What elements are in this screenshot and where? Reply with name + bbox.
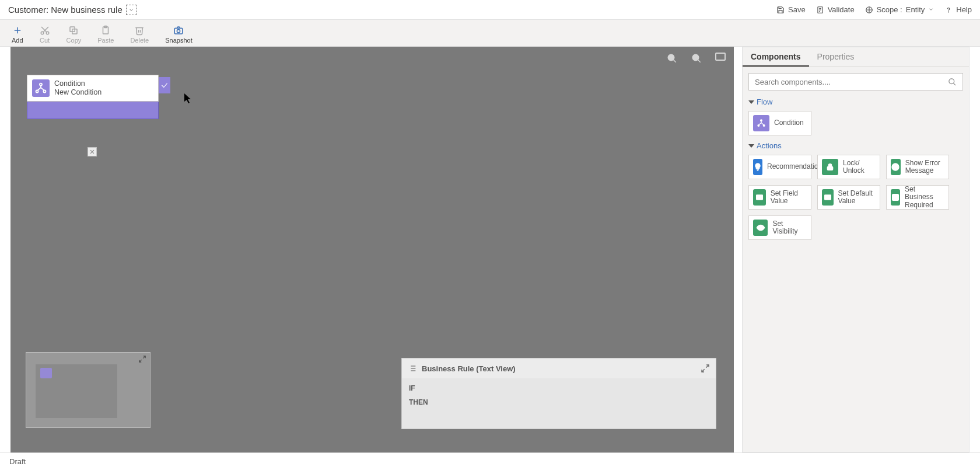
component-condition-label: Condition [774, 119, 804, 127]
component-show-error-label: Show Error Message [905, 159, 944, 175]
then-keyword: THEN [409, 398, 709, 406]
svg-point-40 [758, 125, 760, 127]
component-set-default-value[interactable]: Set Default Value [817, 185, 880, 210]
component-set-default-value-label: Set Default Value [838, 190, 876, 205]
search-input[interactable] [755, 78, 948, 86]
rule-name[interactable]: New business rule [51, 5, 123, 15]
svg-point-41 [763, 125, 765, 127]
canvas-zoom-controls [666, 53, 726, 64]
svg-point-6 [46, 32, 49, 34]
field-icon [753, 189, 766, 206]
title-prefix: Customer: [8, 5, 48, 15]
section-actions-label: Actions [757, 141, 782, 150]
copy-button[interactable]: Copy [66, 25, 82, 44]
expand-icon [138, 355, 146, 363]
zoom-out-button[interactable] [666, 53, 678, 64]
svg-point-50 [829, 196, 830, 197]
condition-name-label: New Condition [54, 88, 102, 97]
cut-button[interactable]: Cut [40, 25, 50, 44]
help-label: Help [956, 5, 972, 14]
designer-canvas[interactable]: Condition New Condition [10, 47, 734, 452]
cut-label: Cut [40, 37, 50, 44]
scope-label: Scope : [877, 5, 902, 14]
svg-point-5 [41, 32, 44, 34]
command-toolbar: Add Cut Copy Paste Delete Snapshot [0, 20, 980, 47]
expand-title-icon[interactable] [126, 5, 136, 15]
minimap-expand-button[interactable] [138, 355, 146, 363]
condition-check-badge [159, 77, 170, 93]
section-flow-header[interactable]: Flow [748, 98, 963, 106]
eye-icon [753, 220, 768, 236]
component-set-field-value-label: Set Field Value [771, 190, 807, 205]
component-recommendation[interactable]: Recommendation [748, 155, 811, 179]
page-title: Customer: New business rule [8, 5, 136, 15]
validate-button[interactable]: Validate [816, 5, 855, 14]
snapshot-button[interactable]: Snapshot [165, 25, 192, 44]
save-button[interactable]: Save [776, 5, 806, 14]
svg-point-37 [949, 78, 954, 83]
component-set-visibility[interactable]: Set Visibility [748, 215, 811, 240]
svg-point-14 [177, 29, 180, 32]
collapse-icon [748, 100, 754, 104]
svg-point-45 [895, 169, 896, 169]
delete-button[interactable]: Delete [130, 25, 149, 44]
minimap[interactable] [26, 352, 150, 428]
tab-properties[interactable]: Properties [809, 47, 863, 67]
component-set-field-value[interactable]: Set Field Value [748, 185, 811, 210]
delete-label: Delete [130, 37, 149, 44]
component-recommendation-label: Recommendation [767, 163, 822, 170]
expand-icon [701, 364, 710, 373]
list-icon [408, 364, 417, 373]
text-view-panel: Business Rule (Text View) IF THEN [401, 358, 716, 429]
help-button[interactable]: Help [944, 5, 972, 14]
paste-icon [100, 25, 111, 36]
condition-node-header[interactable]: Condition New Condition [27, 75, 159, 102]
node-collapse-handle[interactable] [88, 147, 97, 156]
add-button[interactable]: Add [12, 25, 23, 44]
mouse-cursor-icon [184, 93, 192, 104]
text-view-header: Business Rule (Text View) [402, 358, 716, 378]
lightbulb-icon [753, 159, 762, 175]
section-actions-header[interactable]: Actions [748, 141, 963, 150]
condition-node[interactable]: Condition New Condition [27, 75, 159, 119]
status-text: Draft [9, 457, 26, 466]
svg-point-2 [949, 12, 949, 12]
zoom-out-icon [667, 53, 677, 64]
svg-line-16 [673, 60, 676, 62]
paste-label: Paste [97, 37, 114, 44]
text-view-body: IF THEN [402, 378, 716, 429]
minimap-condition-node [40, 368, 52, 378]
component-show-error[interactable]: Show Error Message [886, 155, 949, 179]
copy-label: Copy [66, 37, 82, 44]
fit-to-screen-button[interactable] [715, 53, 726, 61]
scope-value: Entity [906, 5, 925, 14]
zoom-in-button[interactable] [691, 53, 702, 64]
search-components[interactable] [748, 73, 963, 90]
text-view-title: Business Rule (Text View) [422, 364, 516, 373]
condition-type-label: Condition [54, 79, 102, 88]
collapse-icon [748, 144, 754, 148]
condition-node-body[interactable] [27, 102, 159, 119]
camera-icon [173, 25, 184, 36]
paste-button[interactable]: Paste [97, 25, 114, 44]
component-condition[interactable]: Condition [748, 111, 811, 135]
condition-icon [32, 79, 50, 97]
search-icon [948, 78, 957, 86]
save-label: Save [788, 5, 806, 14]
component-lock-unlock[interactable]: Lock/ Unlock [817, 155, 880, 179]
chevron-down-icon [928, 5, 934, 14]
plus-icon [12, 25, 23, 36]
svg-rect-42 [827, 166, 832, 170]
copy-icon [68, 25, 79, 36]
save-icon [776, 6, 785, 14]
main-layout: Condition New Condition [10, 47, 970, 452]
tab-components[interactable]: Components [743, 47, 809, 67]
scope-selector[interactable]: Scope : Entity [865, 5, 935, 14]
section-flow-label: Flow [757, 98, 772, 106]
topbar-actions: Save Validate Scope : Entity Help [776, 5, 972, 14]
component-set-business-required[interactable]: Set Business Required [886, 185, 949, 210]
svg-line-38 [953, 83, 956, 85]
help-icon [944, 6, 953, 14]
svg-line-36 [702, 369, 705, 372]
text-view-expand-button[interactable] [701, 364, 710, 373]
